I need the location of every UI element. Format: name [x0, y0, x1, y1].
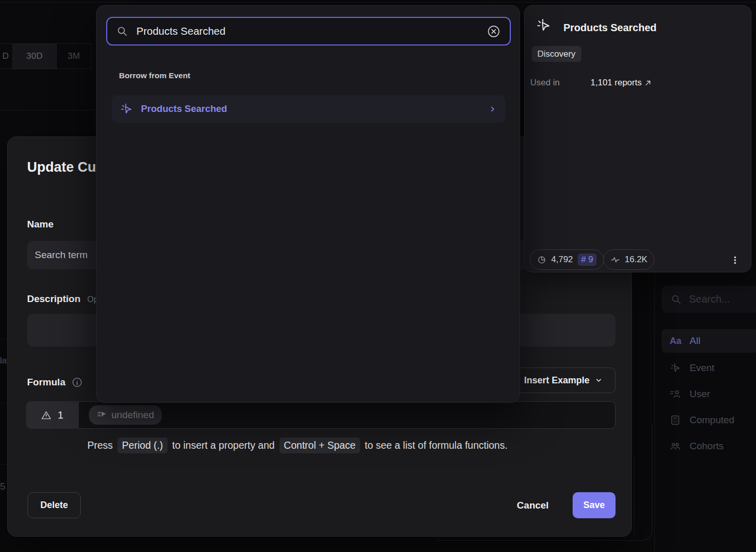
computed-icon	[670, 415, 681, 426]
chart-divider	[0, 110, 96, 110]
time-range-30d-label: 30D	[26, 51, 42, 61]
event-result-label: Products Searched	[141, 103, 480, 114]
borrow-event-dropdown: Borrow from Event Products Searched	[96, 5, 520, 403]
time-range-3m-label: 3M	[67, 51, 80, 61]
sidebar-item-cohorts[interactable]: Cohorts	[662, 434, 756, 458]
event-icon	[536, 18, 551, 33]
modal-title: Update Cu	[27, 159, 96, 175]
search-icon	[116, 26, 128, 37]
info-icon[interactable]	[72, 377, 83, 388]
save-button[interactable]: Save	[573, 492, 616, 518]
pie-chart-icon	[537, 255, 547, 265]
sidebar-item-label: Computed	[690, 415, 735, 426]
event-rank-badge: # 9	[578, 254, 597, 266]
chip-label: undefined	[111, 409, 154, 421]
event-count-stat[interactable]: 4,792 # 9	[530, 249, 604, 270]
time-range-7d[interactable]: D	[0, 43, 13, 69]
description-label-text: Description	[27, 293, 81, 304]
text-format-icon: Aa	[670, 336, 681, 347]
event-icon	[120, 103, 133, 116]
chart-axis-fragment: lay	[0, 356, 7, 366]
borrow-from-event-heading: Borrow from Event	[119, 71, 191, 80]
formula-label-text: Formula	[27, 377, 65, 388]
activity-icon	[610, 255, 620, 265]
sidebar-search-placeholder: Search...	[689, 293, 730, 305]
time-range-partial-label: D	[3, 51, 9, 61]
kbd-control-space: Control + Space	[279, 438, 360, 453]
user-icon	[670, 388, 681, 400]
sidebar-item-computed[interactable]: Computed	[662, 408, 756, 432]
sidebar-divider	[654, 272, 655, 552]
used-in-value: 1,101 reports	[590, 78, 642, 88]
category-badge: Discovery	[532, 46, 581, 62]
chart-gridline	[0, 403, 7, 403]
top-divider	[0, 2, 756, 3]
sidebar-item-all[interactable]: Aa All	[662, 329, 756, 353]
sidebar-item-event[interactable]: Event	[662, 356, 756, 380]
sidebar-search-input[interactable]: Search...	[662, 286, 756, 313]
sidebar-item-label: Event	[690, 362, 715, 374]
used-in-label: Used in	[530, 78, 560, 88]
issue-count-value: 1	[58, 409, 63, 421]
hint-mid: to insert a property and	[172, 440, 275, 451]
chevron-down-icon	[595, 376, 603, 384]
hint-end: to see a list of formula functions.	[365, 440, 508, 451]
external-link-icon	[645, 80, 651, 86]
formula-input[interactable]: undefined	[78, 401, 616, 429]
delete-label: Delete	[40, 500, 68, 511]
user-count-stat[interactable]: 16.2K	[603, 249, 654, 270]
formula-property-chip[interactable]: undefined	[89, 405, 162, 425]
time-range-30d[interactable]: 30D	[13, 43, 57, 69]
cancel-label: Cancel	[517, 500, 549, 511]
more-options-button[interactable]	[725, 251, 745, 269]
time-range-3m[interactable]: 3M	[57, 43, 91, 69]
chart-gridline	[0, 339, 7, 339]
formula-label: Formula	[27, 377, 83, 388]
event-info-card: Products Searched Discovery Used in 1,10…	[524, 5, 751, 272]
used-in-reports-link[interactable]: 1,101 reports	[590, 78, 651, 88]
event-result-products-searched[interactable]: Products Searched	[112, 95, 505, 123]
clear-search-icon[interactable]	[487, 25, 501, 38]
background-panel-line	[634, 456, 634, 534]
chevron-right-icon	[488, 105, 497, 113]
save-label: Save	[583, 500, 605, 511]
formula-issue-count: 1	[26, 401, 78, 429]
event-count-value: 4,792	[551, 255, 573, 265]
warning-icon	[41, 410, 52, 421]
sidebar-item-user[interactable]: User	[662, 382, 756, 406]
event-icon	[670, 362, 681, 374]
kbd-period: Period (.)	[117, 438, 168, 453]
chart-axis-fragment: 5	[0, 481, 6, 492]
chart-gridline	[0, 464, 7, 465]
sidebar-item-label: User	[690, 388, 710, 400]
sidebar-item-label: Cohorts	[690, 441, 724, 452]
sidebar-item-label: All	[690, 335, 700, 347]
insert-example-button[interactable]: Insert Example	[511, 367, 616, 393]
event-card-title: Products Searched	[563, 22, 656, 34]
event-property-icon	[97, 410, 106, 420]
search-icon	[671, 294, 682, 305]
cancel-button[interactable]: Cancel	[501, 492, 565, 518]
event-search-input[interactable]	[136, 25, 479, 37]
event-search-field[interactable]	[106, 17, 511, 45]
user-count-value: 16.2K	[625, 255, 647, 265]
insert-example-label: Insert Example	[524, 375, 589, 386]
hint-press: Press	[87, 440, 113, 451]
cohorts-icon	[670, 441, 681, 452]
delete-button[interactable]: Delete	[28, 492, 81, 518]
name-label: Name	[27, 219, 54, 230]
formula-hint: Press Period (.) to insert a property an…	[87, 438, 508, 453]
